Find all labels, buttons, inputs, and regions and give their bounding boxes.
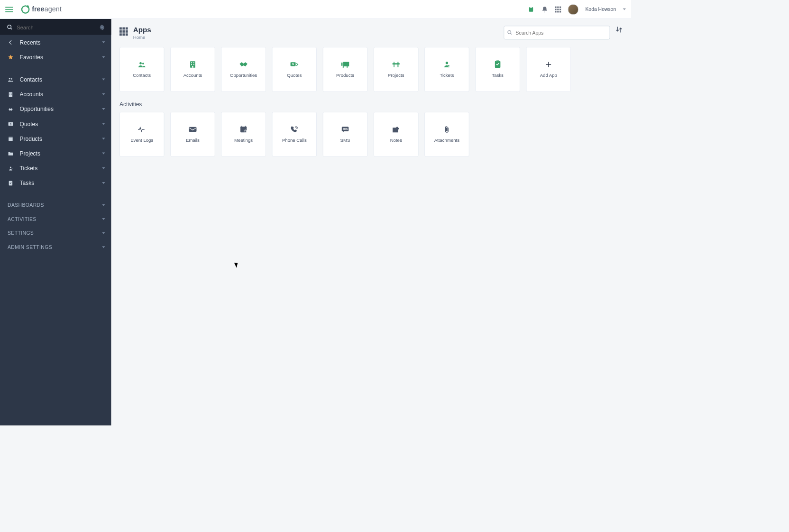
building-icon <box>188 61 197 68</box>
sidebar-item-opportunities[interactable]: Opportunities <box>0 101 111 116</box>
search-icon <box>7 24 13 30</box>
card-label: Notes <box>390 138 402 143</box>
sidebar-item-tasks[interactable]: Tasks <box>0 175 111 190</box>
nav-label: Contacts <box>20 76 42 83</box>
svg-rect-32 <box>343 62 349 67</box>
activities-row: Event Logs Emails Meetings Phone Calls S… <box>119 112 623 156</box>
activity-card-notes[interactable]: Notes <box>374 112 418 156</box>
box-icon <box>8 136 15 142</box>
card-label: Opportunities <box>230 73 257 78</box>
sidebar: Recents Favorites Contacts Accounts Oppo… <box>0 19 111 426</box>
card-label: Emails <box>186 138 200 143</box>
activity-card-attachments[interactable]: Attachments <box>424 112 469 156</box>
activity-card-eventlogs[interactable]: Event Logs <box>119 112 164 156</box>
notes-icon <box>392 126 401 133</box>
apps-grid-icon[interactable] <box>555 6 561 12</box>
ticket-icon <box>8 165 15 171</box>
gear-icon[interactable] <box>99 24 105 30</box>
search-apps-input[interactable] <box>515 30 606 36</box>
activity-card-phonecalls[interactable]: Phone Calls <box>272 112 317 156</box>
app-card-opportunities[interactable]: Opportunities <box>221 47 266 92</box>
sidebar-favorites[interactable]: Favorites <box>0 50 111 64</box>
handshake-icon <box>239 61 248 68</box>
svg-rect-28 <box>192 66 193 67</box>
svg-line-20 <box>511 33 512 34</box>
svg-rect-43 <box>496 60 499 62</box>
paperclip-icon <box>442 126 451 133</box>
app-card-projects[interactable]: Projects <box>374 47 418 92</box>
logo-swirl-icon <box>21 5 30 14</box>
app-card-add[interactable]: Add App <box>526 47 571 92</box>
svg-point-38 <box>446 62 448 64</box>
hamburger-menu[interactable] <box>5 4 16 14</box>
card-label: Accounts <box>183 73 202 78</box>
sidebar-item-quotes[interactable]: $ Quotes <box>0 117 111 131</box>
svg-rect-11 <box>11 94 11 94</box>
nav-label: ADMIN SETTINGS <box>8 244 52 250</box>
app-card-tickets[interactable]: Tickets <box>424 47 469 92</box>
breadcrumb: Home <box>133 35 151 40</box>
svg-point-2 <box>8 25 11 28</box>
app-card-tasks[interactable]: Tasks <box>475 47 520 92</box>
user-menu-chevron-icon[interactable] <box>623 9 626 10</box>
svg-text:SMS: SMS <box>343 128 348 130</box>
svg-rect-15 <box>9 137 13 138</box>
card-label: Add App <box>540 73 557 78</box>
nav-label: Recents <box>20 39 41 46</box>
card-label: Phone Calls <box>282 138 307 143</box>
people-icon <box>8 76 15 83</box>
chevron-down-icon <box>102 232 105 234</box>
sidebar-item-tickets[interactable]: Tickets <box>0 161 111 175</box>
svg-rect-24 <box>191 62 192 63</box>
app-card-products[interactable]: Products <box>323 47 367 92</box>
sidebar-search-input[interactable] <box>17 24 99 30</box>
handshake-icon <box>8 106 15 112</box>
sidebar-item-contacts[interactable]: Contacts <box>0 72 111 87</box>
sms-icon: SMS <box>340 126 349 133</box>
clipboard-icon[interactable] <box>528 6 534 12</box>
nav-label: Products <box>20 136 42 142</box>
products-icon <box>340 61 349 68</box>
svg-rect-37 <box>397 62 399 67</box>
svg-point-33 <box>343 66 344 68</box>
svg-line-3 <box>10 28 12 29</box>
app-card-quotes[interactable]: $ Quotes <box>272 47 317 92</box>
svg-rect-27 <box>193 64 194 65</box>
chevron-down-icon <box>102 246 105 248</box>
search-icon <box>507 30 513 35</box>
sidebar-dashboards[interactable]: DASHBOARDS <box>0 198 111 212</box>
building-icon <box>8 91 15 97</box>
app-card-accounts[interactable]: Accounts <box>170 47 215 92</box>
activity-card-emails[interactable]: Emails <box>170 112 215 156</box>
bell-icon[interactable] <box>541 6 548 12</box>
sidebar-activities[interactable]: ACTIVITIES <box>0 212 111 226</box>
activity-card-meetings[interactable]: Meetings <box>221 112 266 156</box>
chevron-down-icon <box>102 108 105 110</box>
chevron-down-icon <box>102 138 105 139</box>
plus-icon <box>544 61 553 68</box>
svg-point-6 <box>11 78 12 80</box>
nav-label: Favorites <box>20 54 43 61</box>
chevron-down-icon <box>102 79 105 81</box>
sidebar-admin-settings[interactable]: ADMIN SETTINGS <box>0 240 111 254</box>
star-icon <box>8 54 15 60</box>
activity-card-sms[interactable]: SMS SMS <box>323 112 367 156</box>
arrow-left-icon <box>8 39 15 46</box>
sidebar-item-products[interactable]: Products <box>0 131 111 146</box>
sidebar-item-accounts[interactable]: Accounts <box>0 87 111 101</box>
checklist-icon <box>8 180 15 186</box>
brand-logo[interactable]: freeagent <box>21 5 62 14</box>
sidebar-item-projects[interactable]: Projects <box>0 146 111 161</box>
sidebar-recents[interactable]: Recents <box>0 35 111 50</box>
user-name[interactable]: Koda Howson <box>585 7 616 12</box>
nav-label: Projects <box>20 150 40 157</box>
nav-label: Opportunities <box>20 106 54 112</box>
app-card-contacts[interactable]: Contacts <box>119 47 164 92</box>
svg-point-16 <box>10 166 11 168</box>
top-bar: freeagent Koda Howson <box>0 0 631 19</box>
user-avatar[interactable] <box>568 4 578 14</box>
main-content: Apps Home Contacts Accounts Opportunitie… <box>111 19 631 426</box>
svg-rect-14 <box>9 138 13 140</box>
sort-icon[interactable] <box>615 26 623 33</box>
sidebar-settings[interactable]: SETTINGS <box>0 226 111 240</box>
